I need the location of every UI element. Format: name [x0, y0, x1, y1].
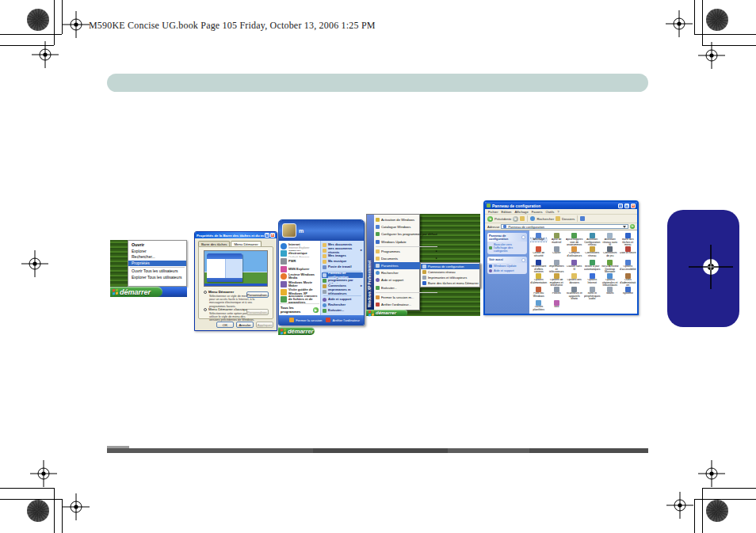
control-panel-item[interactable]: Pare-feu Windows [530, 286, 548, 299]
control-panel-item[interactable]: Mises à jour automatiques [584, 259, 601, 272]
menu-item[interactable]: Rechercher [322, 303, 363, 308]
control-panel-item[interactable]: Scanneurs et appareils photo [566, 286, 583, 299]
control-panel-item[interactable]: Outils d'administration [620, 272, 637, 286]
collapse-toggle-icon[interactable] [521, 235, 525, 239]
control-panel-item[interactable]: Polices [548, 286, 566, 299]
menu-item[interactable]: Lecteur Windows Media [280, 273, 319, 281]
menu-help[interactable]: ? [557, 210, 559, 214]
menu-item[interactable]: Configurer les programmes par défaut [374, 230, 439, 238]
menu-item[interactable]: Exécuter... [322, 308, 363, 314]
menu-item[interactable]: Poste de travail [322, 265, 363, 270]
menu-item[interactable]: Windows Movie Maker [280, 280, 319, 288]
control-panel-item[interactable]: Options d'alimentation [530, 272, 548, 286]
menu-item[interactable]: InternetInternet Explorer [280, 242, 319, 250]
shut-down-button[interactable]: Arrêter l'ordinateur [326, 318, 360, 322]
windows-update-link[interactable]: Windows Update [489, 265, 525, 268]
control-panel-item[interactable]: Options d'accessibilité [620, 259, 637, 272]
menu-item[interactable]: MSN Explorer [280, 265, 319, 273]
menu-item[interactable]: Courrier électroniqueOutlook Express [280, 250, 319, 258]
menu-item-properties[interactable]: Propriétés [128, 261, 186, 267]
menu-item[interactable]: Visite guidée de Windows XP [280, 288, 319, 296]
control-panel-item[interactable]: Options de modems et téléphonie [548, 272, 566, 286]
go-button[interactable]: ➜ [630, 224, 635, 229]
customize-button[interactable]: Personnaliser... [246, 291, 269, 298]
menu-item[interactable]: Imprimantes et télécopieurs [322, 289, 363, 295]
menu-item[interactable]: Programmes▸ [374, 248, 439, 255]
control-panel-item[interactable]: Système [620, 286, 637, 299]
start-button[interactable]: démarrer [278, 327, 315, 335]
control-panel-item[interactable]: Options régionales et linguistiques [601, 272, 619, 286]
menu-item[interactable]: Fermer la session m... [374, 294, 439, 301]
folders-icon[interactable] [556, 216, 560, 221]
control-panel-item[interactable]: Assistant réseau sans fil [601, 232, 619, 246]
menu-edit[interactable]: Edition [502, 210, 512, 214]
menu-tools[interactable]: Outils [546, 210, 555, 214]
control-panel-item[interactable]: Affichage [530, 232, 548, 246]
menu-item[interactable]: Mes images [322, 253, 363, 259]
start-button[interactable]: démarrer [110, 287, 162, 297]
control-panel-item[interactable]: Imprimantes et télécopieurs [548, 259, 566, 272]
menu-item[interactable]: PWR [280, 257, 319, 265]
submenu-item[interactable]: Barre des tâches et menu Démarrer [421, 280, 479, 286]
close-button[interactable]: ✕ [631, 204, 636, 208]
submenu-item[interactable]: Connexions réseau [421, 269, 479, 275]
control-panel-item[interactable]: Barre des tâches et menu Démarrer [620, 232, 637, 246]
menu-item[interactable]: Ouvrir [128, 242, 186, 249]
menu-item[interactable]: Documents▸ [374, 255, 439, 262]
menu-item[interactable]: Arrêter l'ordinateur... [374, 301, 439, 308]
control-panel-item[interactable]: Contrôleurs de jeu [601, 246, 619, 259]
menu-item[interactable]: Mes documents récents▸ [322, 248, 363, 253]
minimize-button[interactable]: – [618, 204, 623, 208]
address-field[interactable]: Panneau de configuration [501, 224, 628, 229]
log-off-button[interactable]: Fermer la session [289, 318, 322, 322]
control-panel-item[interactable]: Assistant Configuration réseau [584, 232, 601, 246]
control-panel-item[interactable]: Ajout/Suppression de programmes [566, 232, 583, 246]
control-panel-item[interactable]: Liaison sans fil [566, 259, 583, 272]
control-panel-item[interactable]: Clavier [548, 246, 566, 259]
menu-item[interactable]: Ma musique [322, 259, 363, 265]
menu-view[interactable]: Affichage [514, 210, 528, 214]
help-button[interactable]: ? [265, 233, 269, 238]
menu-item[interactable]: Aide et support [322, 297, 363, 303]
menu-item[interactable]: Windows Update [374, 238, 439, 246]
all-programs-button[interactable]: Tous les programmes▶ [280, 303, 319, 314]
cancel-button[interactable]: Annuler [236, 322, 254, 328]
menu-item[interactable]: Mes documents [322, 242, 363, 248]
menu-item[interactable]: Ouvrir Tous les utilisateurs [128, 268, 186, 275]
control-panel-item[interactable]: Gestionnaire d'effets sonores [530, 259, 548, 272]
control-panel-item[interactable]: Date et heure [620, 246, 637, 259]
menu-item[interactable]: Assistant Transfert de fichiers et de pa… [280, 295, 319, 303]
menu-file[interactable]: Fichier [488, 210, 498, 214]
category-view-link[interactable]: Basculer vers l'affichage des catégories [489, 243, 525, 253]
menu-item[interactable]: Configurer les programmes par défaut [322, 278, 363, 284]
start-button[interactable]: démarrer [366, 310, 407, 316]
search-icon[interactable] [530, 216, 535, 221]
forward-button[interactable]: ► [513, 216, 518, 222]
back-button[interactable]: ◄ [487, 216, 493, 222]
collapse-toggle-icon[interactable] [521, 258, 525, 262]
menu-item[interactable]: Activation de Windows [374, 216, 439, 223]
submenu-item-control-panel[interactable]: Panneau de configuration [421, 264, 479, 269]
control-panel-item[interactable]: Connexions réseau [584, 246, 601, 259]
control-panel-item[interactable]: NVIDIA nView Desktop Manager [601, 259, 619, 272]
control-panel-item[interactable]: Ajout de matériel [548, 232, 566, 246]
views-button[interactable] [580, 216, 585, 221]
close-button[interactable]: ✕ [270, 233, 275, 238]
menu-item[interactable]: Explorer [128, 249, 186, 255]
control-panel-item[interactable]: Comptes d'utilisateurs [566, 246, 583, 259]
maximize-button[interactable]: ❒ [624, 204, 629, 208]
control-panel-item[interactable]: Options des dossiers [566, 272, 583, 286]
menu-favorites[interactable]: Favoris [532, 210, 543, 214]
control-panel-item[interactable]: Options Internet [584, 272, 601, 286]
up-folder-button[interactable] [520, 216, 525, 221]
submenu-item[interactable]: Imprimantes et télécopieurs [421, 275, 479, 280]
control-panel-item[interactable]: Souris [601, 286, 619, 299]
menu-item[interactable]: Explorer Tous les utilisateurs [128, 275, 186, 281]
menu-item[interactable]: Connexions▸ [322, 284, 363, 289]
control-panel-item[interactable]: Voix [548, 299, 566, 313]
control-panel-item[interactable]: Centre de sécurité [530, 246, 548, 259]
help-support-link[interactable]: Aide et support [489, 269, 525, 272]
menu-item[interactable]: Catalogue Windows [374, 223, 439, 230]
control-panel-item[interactable]: Tâches planifiées [530, 299, 548, 313]
menu-item[interactable]: Rechercher... [128, 254, 186, 261]
